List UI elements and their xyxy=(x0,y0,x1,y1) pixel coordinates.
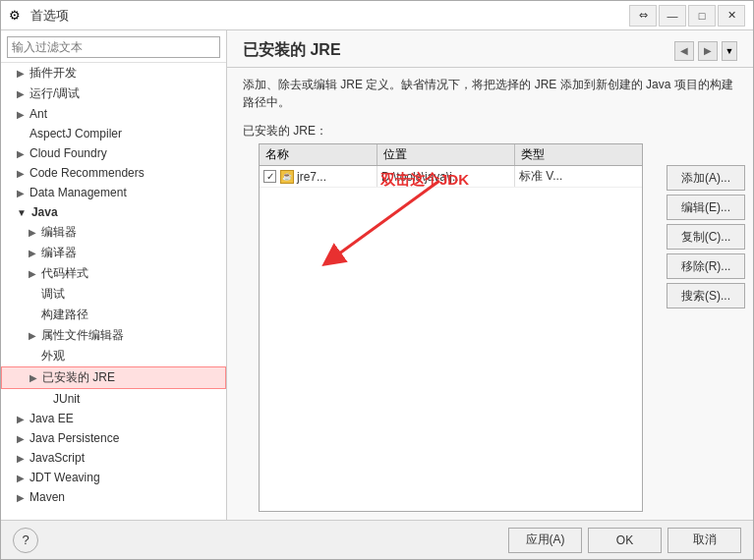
titlebar: ⚙ 首选项 ⇔ — □ ✕ xyxy=(1,1,753,30)
sidebar-item-label: 编译器 xyxy=(41,245,77,261)
jre-icon: ☕ xyxy=(280,170,294,184)
arrow-icon: ▶ xyxy=(17,453,25,464)
sidebar-item-installed-jre[interactable]: ▶ 已安装的 JRE xyxy=(1,366,226,389)
sidebar-item-label: Code Recommenders xyxy=(29,166,145,180)
col-type: 类型 xyxy=(515,144,642,165)
sidebar-item-debugger[interactable]: ▶ 编译器 xyxy=(1,243,226,263)
right-title: 已安装的 JRE xyxy=(243,40,341,61)
jre-cell-name: ☕ jre7... xyxy=(260,166,377,187)
sidebar-item-jdt-weaving[interactable]: ▶ JDT Weaving xyxy=(1,468,226,487)
bottom-right: 应用(A) OK 取消 xyxy=(508,528,741,553)
sidebar-item-label: 编辑器 xyxy=(41,224,77,241)
sidebar-item-java[interactable]: ▼ Java xyxy=(1,202,226,222)
arrow-icon: ▶ xyxy=(29,330,36,341)
sidebar-item-prop-file-editor[interactable]: ▶ 属性文件编辑器 xyxy=(1,325,226,346)
sidebar-item-label: 调试 xyxy=(41,286,65,303)
cancel-button[interactable]: 取消 xyxy=(667,528,741,553)
arrow-icon: ▶ xyxy=(29,268,36,279)
sidebar-item-label: 代码样式 xyxy=(41,265,88,282)
sidebar-item-label: JavaScript xyxy=(29,451,85,465)
sidebar-item-run-debug[interactable]: ▶ 运行/调试 xyxy=(1,84,226,104)
arrow-icon: ▶ xyxy=(29,372,37,383)
window-icon: ⚙ xyxy=(9,8,25,24)
bottom-bar: ? 应用(A) OK 取消 xyxy=(1,520,753,559)
sidebar-item-label: 构建路径 xyxy=(41,307,88,323)
sidebar-item-java-persistence[interactable]: ▶ Java Persistence xyxy=(1,428,226,448)
sidebar-item-label: 外观 xyxy=(41,348,65,364)
sidebar-item-label: Data Management xyxy=(29,186,127,199)
filter-input[interactable] xyxy=(7,36,220,58)
minimize-button[interactable]: — xyxy=(659,5,686,27)
preferences-window: ⚙ 首选项 ⇔ — □ ✕ ▶ 插件开发 ▶ 运行/调试 xyxy=(0,0,754,560)
sidebar-item-editor[interactable]: ▶ 编辑器 xyxy=(1,222,226,243)
sidebar-item-aspectj[interactable]: ▶ AspectJ Compiler xyxy=(1,124,226,143)
search-button[interactable]: 搜索(S)... xyxy=(667,283,745,308)
sidebar-item-label: AspectJ Compiler xyxy=(29,127,122,140)
titlebar-buttons: ⇔ — □ ✕ xyxy=(629,5,745,27)
col-name: 名称 xyxy=(260,144,377,165)
arrow-icon: ▶ xyxy=(17,168,25,179)
sidebar-item-data-management[interactable]: ▶ Data Management xyxy=(1,183,226,202)
arrow-icon: ▶ xyxy=(17,414,25,424)
installed-jre-label: 已安装的 JRE： xyxy=(227,119,753,143)
sidebar-item-label: 属性文件编辑器 xyxy=(41,327,124,344)
sidebar-item-label: Java Persistence xyxy=(29,431,119,445)
sidebar-item-label: Java xyxy=(31,205,58,219)
add-button[interactable]: 添加(A)... xyxy=(667,165,745,191)
sidebar-item-code-recommenders[interactable]: ▶ Code Recommenders xyxy=(1,163,226,183)
jre-cell-type: 标准 V... xyxy=(515,166,642,187)
table-container: 名称 位置 类型 ☕ jre7... D:\tool xyxy=(243,143,659,512)
jre-table: 名称 位置 类型 ☕ jre7... D:\tool xyxy=(259,143,643,512)
jre-cell-location: D:\tools\java\j... xyxy=(377,166,515,187)
jre-checkbox[interactable] xyxy=(263,170,276,183)
sidebar-item-java-ee[interactable]: ▶ Java EE xyxy=(1,409,226,428)
jre-table-row[interactable]: ☕ jre7... D:\tools\java\j... 标准 V... xyxy=(260,166,642,188)
sidebar-item-appearance[interactable]: ▶ 外观 xyxy=(1,346,226,366)
ok-button[interactable]: OK xyxy=(588,528,662,553)
col-location: 位置 xyxy=(377,144,515,165)
edit-button[interactable]: 编辑(E)... xyxy=(667,195,745,220)
remove-button[interactable]: 移除(R)... xyxy=(667,253,745,279)
titlebar-left: ⚙ 首选项 xyxy=(9,7,69,25)
apply-button[interactable]: 应用(A) xyxy=(508,528,582,553)
sidebar-item-code-style[interactable]: ▶ 代码样式 xyxy=(1,263,226,284)
jre-table-header: 名称 位置 类型 xyxy=(260,144,642,166)
sidebar-item-maven[interactable]: ▶ Maven xyxy=(1,487,226,507)
tree-area: ▶ 插件开发 ▶ 运行/调试 ▶ Ant ▶ AspectJ Compiler … xyxy=(1,63,226,520)
right-description: 添加、除去或编辑 JRE 定义。缺省情况下，将把选择的 JRE 添加到新创建的 … xyxy=(227,68,753,119)
right-header: 已安装的 JRE ◀ ▶ ▼ xyxy=(227,30,753,68)
sidebar-item-junit[interactable]: ▶ JUnit xyxy=(1,389,226,409)
arrow-icon: ▶ xyxy=(17,68,25,79)
sidebar-item-debug[interactable]: ▶ 调试 xyxy=(1,284,226,305)
filter-row xyxy=(1,30,226,63)
sidebar-item-label: 运行/调试 xyxy=(29,85,80,102)
help-button[interactable]: ? xyxy=(13,528,38,553)
sidebar-item-label: 插件开发 xyxy=(29,65,77,82)
arrow-icon: ▶ xyxy=(17,492,25,503)
sidebar-item-plugin-dev[interactable]: ▶ 插件开发 xyxy=(1,63,226,84)
jre-name-value: jre7... xyxy=(297,170,326,184)
nav-dropdown-button[interactable]: ▼ xyxy=(722,41,737,61)
copy-button[interactable]: 复制(C)... xyxy=(667,224,745,250)
sidebar-item-javascript[interactable]: ▶ JavaScript xyxy=(1,448,226,468)
sidebar-item-build-path[interactable]: ▶ 构建路径 xyxy=(1,305,226,325)
sidebar-item-label: Ant xyxy=(29,107,47,121)
jre-table-body: ☕ jre7... D:\tools\java\j... 标准 V... xyxy=(260,166,642,511)
right-action-buttons: 添加(A)... 编辑(E)... 复制(C)... 移除(R)... 搜索(S… xyxy=(659,143,753,512)
sidebar-item-cloud-foundry[interactable]: ▶ Cloud Foundry xyxy=(1,143,226,163)
pin-button[interactable]: ⇔ xyxy=(629,5,657,27)
sidebar-item-ant[interactable]: ▶ Ant xyxy=(1,104,226,124)
arrow-icon: ▶ xyxy=(29,227,36,238)
nav-back-button[interactable]: ◀ xyxy=(674,41,694,61)
left-panel: ▶ 插件开发 ▶ 运行/调试 ▶ Ant ▶ AspectJ Compiler … xyxy=(1,30,227,520)
nav-forward-button[interactable]: ▶ xyxy=(698,41,718,61)
close-button[interactable]: ✕ xyxy=(718,5,745,27)
arrow-icon: ▶ xyxy=(17,188,25,198)
content-area: ▶ 插件开发 ▶ 运行/调试 ▶ Ant ▶ AspectJ Compiler … xyxy=(1,30,753,520)
sidebar-item-label: Java EE xyxy=(29,412,74,425)
arrow-icon: ▶ xyxy=(29,248,36,258)
sidebar-item-label: JDT Weaving xyxy=(29,471,100,484)
maximize-button[interactable]: □ xyxy=(688,5,716,27)
arrow-icon: ▶ xyxy=(17,109,25,120)
arrow-icon: ▶ xyxy=(17,433,25,444)
